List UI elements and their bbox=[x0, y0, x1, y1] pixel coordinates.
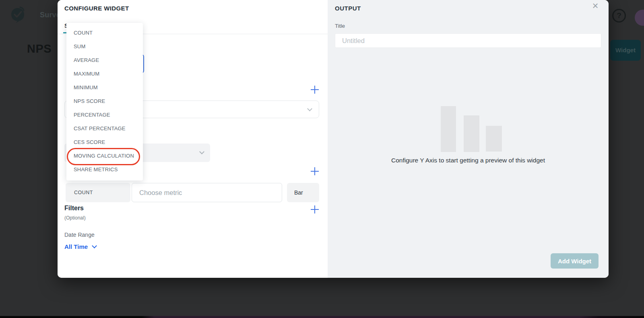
screen: Surveys NPS ? Widget CONFIGURE WIDGET Sa… bbox=[0, 0, 644, 318]
dropdown-item-count[interactable]: COUNT bbox=[66, 26, 143, 40]
chevron-down-icon bbox=[199, 149, 204, 154]
choose-metric-select[interactable]: Choose metric bbox=[132, 183, 282, 202]
add-widget-topbar-button[interactable]: Widget bbox=[610, 40, 641, 61]
date-range-dropdown[interactable]: All Time bbox=[64, 243, 96, 250]
date-range-value: All Time bbox=[64, 243, 88, 250]
widget-title-label: Title bbox=[335, 23, 345, 29]
dropdown-item-average[interactable]: AVERAGE bbox=[66, 53, 143, 67]
placeholder-bar bbox=[486, 126, 502, 152]
aggregation-select[interactable]: COUNT bbox=[66, 183, 130, 202]
dropdown-item-sum[interactable]: SUM bbox=[66, 40, 143, 53]
dropdown-item-maximum[interactable]: MAXIMUM bbox=[66, 67, 143, 81]
dropdown-item-csat-percentage[interactable]: CSAT PERCENTAGE bbox=[66, 122, 143, 135]
dropdown-item-share-metrics[interactable]: SHARE METRICS bbox=[66, 163, 143, 176]
dropdown-item-ces-score[interactable]: CES SCORE bbox=[66, 135, 143, 149]
dropdown-item-moving-calculation[interactable]: MOVING CALCULATION bbox=[66, 149, 143, 163]
user-avatar[interactable] bbox=[635, 10, 644, 26]
modal-title: CONFIGURE WIDGET bbox=[64, 5, 129, 12]
page-title: NPS bbox=[27, 42, 52, 55]
add-section-icon[interactable] bbox=[311, 86, 319, 94]
filters-optional-label: (Optional) bbox=[64, 215, 86, 221]
chevron-down-icon bbox=[92, 243, 97, 248]
window-bottom-edge bbox=[0, 316, 644, 318]
help-icon[interactable]: ? bbox=[612, 9, 626, 23]
placeholder-bar bbox=[441, 106, 456, 152]
placeholder-bar bbox=[464, 115, 479, 152]
add-widget-button[interactable]: Add Widget bbox=[551, 253, 599, 269]
filters-label: Filters bbox=[64, 205, 84, 212]
date-range-label: Date Range bbox=[64, 232, 95, 238]
chevron-down-icon bbox=[307, 106, 312, 111]
chart-type-select[interactable]: Bar bbox=[287, 183, 319, 202]
add-filter-icon[interactable] bbox=[311, 205, 319, 213]
app-logo-icon bbox=[10, 6, 26, 23]
close-icon[interactable]: × bbox=[590, 1, 600, 11]
dropdown-item-minimum[interactable]: MINIMUM bbox=[66, 81, 143, 94]
preview-caption: Configure Y Axis to start getting a prev… bbox=[328, 157, 609, 164]
dropdown-item-nps-score[interactable]: NPS SCORE bbox=[66, 94, 143, 108]
dropdown-item-percentage[interactable]: PERCENTAGE bbox=[66, 108, 143, 122]
configure-widget-modal: CONFIGURE WIDGET Sample Advanced COUNT C… bbox=[58, 0, 609, 278]
add-y-axis-icon[interactable] bbox=[311, 167, 319, 175]
output-heading: OUTPUT bbox=[335, 5, 361, 12]
widget-title-input[interactable] bbox=[335, 33, 601, 48]
aggregation-dropdown: COUNTSUMAVERAGEMAXIMUMMINIMUMNPS SCOREPE… bbox=[66, 23, 143, 181]
